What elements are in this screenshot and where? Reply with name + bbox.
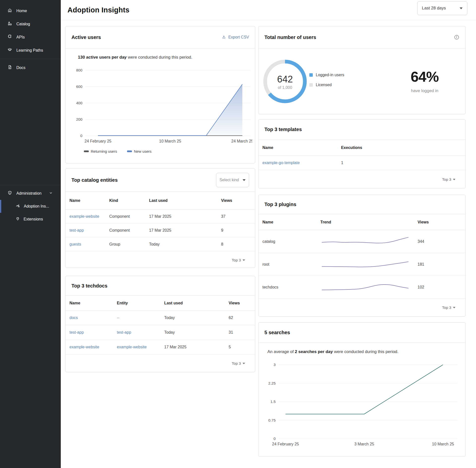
cell-last-used: 17 Mar 2025 bbox=[160, 340, 225, 355]
chevron-down-icon bbox=[243, 363, 245, 364]
shield-icon bbox=[7, 190, 12, 196]
cell-views: 181 bbox=[413, 253, 465, 276]
entity-link[interactable]: test-app bbox=[117, 330, 131, 334]
rows-per-page-select[interactable]: Top 3 bbox=[65, 355, 255, 372]
svg-text:10 March 25: 10 March 25 bbox=[159, 139, 181, 143]
date-range-value: Last 28 days bbox=[422, 6, 446, 11]
card-title: Total number of users bbox=[264, 35, 316, 40]
cell-last-used: 17 Mar 2025 bbox=[145, 210, 217, 223]
card-title: 5 searches bbox=[264, 330, 290, 335]
techdoc-link[interactable]: test-app bbox=[69, 330, 84, 334]
export-csv-button[interactable]: Export CSV bbox=[222, 35, 249, 40]
cell-kind: Group bbox=[105, 237, 145, 251]
column-header: Last used bbox=[160, 296, 225, 311]
cell-plugin-name: root bbox=[258, 253, 317, 276]
column-header: Executions bbox=[337, 140, 465, 156]
trend-sparkline bbox=[320, 281, 410, 293]
info-icon[interactable] bbox=[454, 35, 459, 40]
cell-views: 8 bbox=[217, 237, 255, 251]
donut-center-label: 642 of 1,000 bbox=[263, 74, 307, 90]
table-row: guests Group Today 8 bbox=[65, 237, 255, 251]
sidebar-item-docs[interactable]: Docs bbox=[0, 61, 61, 74]
cell-views: 37 bbox=[217, 210, 255, 223]
sidebar-item-learning-paths[interactable]: Learning Paths bbox=[0, 44, 61, 57]
entity-link[interactable]: example-website bbox=[117, 345, 147, 349]
svg-text:24 February 25: 24 February 25 bbox=[85, 139, 112, 143]
apis-icon bbox=[7, 34, 12, 40]
percent-caption: have logged in bbox=[392, 88, 457, 93]
searches-chart: 00.751.52.25324 February 253 March 2510 … bbox=[263, 361, 462, 448]
sidebar-item-catalog[interactable]: Catalog bbox=[0, 17, 61, 31]
entity-link[interactable]: example-website bbox=[69, 214, 99, 218]
cell-last-used: Today bbox=[160, 311, 225, 325]
techdoc-link[interactable]: example-website bbox=[69, 345, 99, 349]
chevron-down-icon[interactable] bbox=[49, 191, 53, 196]
rows-per-page-select[interactable]: Top 3 bbox=[258, 171, 465, 188]
column-header: Views bbox=[217, 192, 255, 210]
chevron-down-icon bbox=[243, 179, 246, 181]
chart-legend: Returning users New users bbox=[84, 149, 255, 153]
column-header: Trend bbox=[317, 214, 414, 230]
kind-select-placeholder: Select kind bbox=[220, 178, 239, 182]
sidebar-item-label: Extensions bbox=[24, 217, 43, 221]
page-title: Adoption Insights bbox=[67, 6, 129, 14]
cell-views: 9 bbox=[217, 223, 255, 237]
sidebar-item-adoption-insights[interactable]: Adoption Ins... bbox=[0, 200, 61, 213]
svg-text:3 March 25: 3 March 25 bbox=[354, 442, 374, 446]
column-header: Name bbox=[65, 192, 105, 210]
column-header: Entity bbox=[113, 296, 160, 311]
chevron-down-icon bbox=[460, 7, 463, 9]
svg-text:1.5: 1.5 bbox=[270, 399, 276, 404]
top-templates-table: Name Executions example-go-template 1 bbox=[258, 140, 465, 170]
column-header: Kind bbox=[105, 192, 145, 210]
svg-text:24 March 25: 24 March 25 bbox=[231, 139, 252, 143]
cell-entity: -- bbox=[113, 311, 160, 325]
table-row: root 181 bbox=[258, 253, 465, 276]
svg-text:0.75: 0.75 bbox=[268, 418, 276, 422]
legend-label: New users bbox=[134, 149, 152, 153]
card-title: Active users bbox=[71, 35, 101, 40]
total-users-card: Total number of users 642 of 1,000 bbox=[258, 26, 466, 114]
cell-views: 62 bbox=[225, 311, 255, 325]
chevron-down-icon bbox=[453, 179, 455, 180]
chevron-down-icon bbox=[453, 307, 455, 308]
svg-text:200: 200 bbox=[76, 117, 82, 121]
cell-views: 344 bbox=[413, 230, 465, 253]
cell-kind: Component bbox=[105, 210, 145, 223]
template-link[interactable]: example-go-template bbox=[262, 161, 300, 165]
svg-text:0: 0 bbox=[274, 436, 276, 441]
entity-link[interactable]: guests bbox=[69, 242, 81, 246]
techdoc-link[interactable]: docs bbox=[69, 316, 78, 320]
kind-select[interactable]: Select kind bbox=[216, 173, 249, 187]
sidebar-item-home[interactable]: Home bbox=[0, 4, 61, 17]
column-header: Last used bbox=[145, 192, 217, 210]
sidebar-item-apis[interactable]: APIs bbox=[0, 31, 61, 44]
table-row: docs -- Today 62 bbox=[65, 311, 255, 325]
cell-executions: 1 bbox=[337, 156, 465, 170]
column-header: Views bbox=[413, 214, 465, 230]
cell-plugin-name: techdocs bbox=[258, 276, 317, 299]
legend-swatch bbox=[309, 73, 313, 77]
rows-per-page-label: Top 3 bbox=[232, 258, 241, 262]
svg-text:2.25: 2.25 bbox=[268, 381, 276, 385]
sidebar-item-label: Catalog bbox=[16, 22, 30, 26]
rows-per-page-label: Top 3 bbox=[442, 305, 451, 310]
plug-icon bbox=[15, 216, 20, 222]
svg-text:800: 800 bbox=[76, 68, 82, 72]
entity-link[interactable]: test-app bbox=[69, 228, 84, 232]
column-header: Name bbox=[258, 140, 337, 156]
sidebar-item-extensions[interactable]: Extensions bbox=[0, 213, 61, 226]
date-range-select[interactable]: Last 28 days bbox=[417, 1, 467, 15]
top-plugins-table: Name Trend Views catalog 344 root bbox=[258, 214, 465, 299]
top-catalog-entities-card: Top catalog entities Select kind Name Ki… bbox=[65, 168, 255, 268]
legend-label: Returning users bbox=[91, 149, 117, 153]
svg-text:10 March 25: 10 March 25 bbox=[432, 442, 454, 446]
rows-per-page-select[interactable]: Top 3 bbox=[65, 251, 255, 268]
download-icon bbox=[222, 35, 226, 40]
sidebar-item-administration[interactable]: Administration bbox=[0, 187, 61, 200]
sidebar-item-label: APIs bbox=[16, 35, 25, 39]
rows-per-page-select[interactable]: Top 3 bbox=[258, 299, 465, 316]
top-catalog-table: Name Kind Last used Views example-websit… bbox=[65, 192, 255, 251]
sidebar-item-label: Administration bbox=[16, 191, 41, 196]
cell-last-used: Today bbox=[145, 237, 217, 251]
